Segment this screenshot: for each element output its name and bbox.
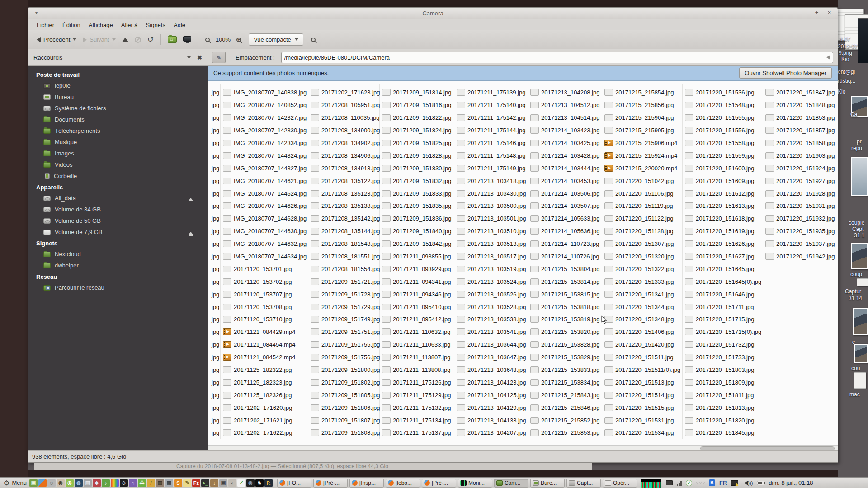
system-monitor-widget[interactable] <box>641 479 661 488</box>
file-item[interactable]: 20171213_104133.jpg <box>457 414 526 427</box>
desktop-icon-label[interactable]: rüstiq... <box>838 78 855 84</box>
file-item[interactable]: 20171208_134900.jpg <box>311 124 380 137</box>
sidebar-item-volume-de-50-gb[interactable]: Volume de 50 GB <box>28 215 208 226</box>
file-item[interactable]: 20171215_153829.jpg <box>530 351 599 364</box>
file-item-clipped[interactable]: jpg <box>209 124 219 137</box>
file-item[interactable]: 20171220_151733.jpg <box>685 351 761 364</box>
file-item[interactable]: 20171215_215854.jpg <box>604 86 680 99</box>
file-item[interactable]: 20171209_151842.jpg <box>382 238 451 250</box>
file-item[interactable]: 20171211_110633.jpg <box>382 338 451 351</box>
file-item[interactable]: 20171220_151122.jpg <box>604 212 680 225</box>
computer-button[interactable] <box>180 34 194 46</box>
file-item[interactable]: 20171121_084542.mp4 <box>223 351 307 364</box>
file-item[interactable]: 20171208_134902.jpg <box>311 137 380 150</box>
file-item[interactable]: 20171213_104129.jpg <box>457 401 526 414</box>
file-item[interactable]: 20171215_215904.jpg <box>604 112 680 124</box>
menu-signets[interactable]: Signets <box>142 20 170 30</box>
file-item[interactable]: 20171214_103506.jpg <box>530 187 599 200</box>
file-item[interactable]: IMG_20180707_144324.jpg <box>223 149 307 162</box>
file-item[interactable]: 20171220_151857.jpg <box>765 124 835 137</box>
file-item[interactable]: 20171220_151803.jpg <box>685 364 761 376</box>
file-item[interactable]: 20171215_215853.jpg <box>530 427 599 439</box>
sidebar-item-bureau[interactable]: Bureau <box>28 91 208 103</box>
file-item-clipped[interactable]: jpg <box>209 162 219 174</box>
file-item[interactable]: 20171208_135142.jpg <box>311 212 380 225</box>
file-item[interactable]: 20171220_151348.jpg <box>604 313 680 326</box>
file-item[interactable]: IMG_20180707_144624.jpg <box>223 187 307 200</box>
sidebar-item-volume-de-34-gb[interactable]: Volume de 34 GB <box>28 204 208 215</box>
file-item[interactable]: 20171220_151715(0).jpg <box>685 326 761 338</box>
file-item[interactable]: 20171220_151531.jpg <box>604 414 680 427</box>
eject-icon[interactable] <box>189 230 193 235</box>
file-item-clipped[interactable]: jpg <box>209 250 219 263</box>
sidebar-item-lep0le[interactable]: lep0le <box>28 80 208 91</box>
menu-aide[interactable]: Aide <box>170 20 189 30</box>
file-item[interactable]: 20171215_153819.jpg <box>530 313 599 326</box>
launcher-photo-eye-icon[interactable]: ◉ <box>57 479 65 487</box>
file-item[interactable]: 20171120_153708.jpg <box>223 300 307 313</box>
file-item[interactable]: IMG_20180707_144626.jpg <box>223 200 307 212</box>
launcher-sphere-icon[interactable]: ◐ <box>228 479 236 487</box>
file-item[interactable]: 20171121_084454.mp4 <box>223 338 307 351</box>
file-item[interactable]: 20171220_151514.jpg <box>604 389 680 401</box>
file-item[interactable]: 20171213_103648.jpg <box>457 364 526 376</box>
desktop-icon-label[interactable]: Ca <box>850 111 857 117</box>
sidebar-item-documents[interactable]: Documents <box>28 114 208 125</box>
file-item[interactable]: 20171211_175129.jpg <box>382 389 451 401</box>
file-item[interactable]: 20171220_151322.jpg <box>604 263 680 275</box>
sidebar-item-vid-os[interactable]: Vidéos <box>28 159 208 170</box>
file-item[interactable]: 20171220_151511.jpg <box>604 351 680 364</box>
file-item[interactable]: 20171213_103418.jpg <box>457 174 526 187</box>
file-item[interactable]: 20171213_104514.jpg <box>530 112 599 124</box>
file-item[interactable]: IMG_20180707_140838.jpg <box>223 86 307 99</box>
file-item[interactable]: 20171220_151848.jpg <box>765 99 835 112</box>
maximize-button[interactable]: + <box>813 9 821 17</box>
file-item[interactable]: 20171214_103425.jpg <box>530 137 599 150</box>
file-item-clipped[interactable]: jpg <box>209 187 219 200</box>
file-item[interactable]: 20171215_153818.jpg <box>530 300 599 313</box>
file-item[interactable]: 20171215_153820.jpg <box>530 326 599 338</box>
file-item[interactable]: 20171220_151515.jpg <box>604 401 680 414</box>
file-item[interactable]: 20171209_151814.jpg <box>382 86 451 99</box>
file-item[interactable]: 20171220_151928.jpg <box>765 187 835 200</box>
file-item[interactable]: 20171120_153710.jpg <box>223 313 307 326</box>
file-item[interactable]: 20171220_151548.jpg <box>685 99 761 112</box>
file-item[interactable]: 20171213_103526.jpg <box>457 288 526 300</box>
file-item[interactable]: 20171213_103538.jpg <box>457 313 526 326</box>
file-item[interactable]: 20171208_181554.jpg <box>311 263 380 275</box>
file-item[interactable]: 20171220_151715.jpg <box>685 313 761 326</box>
file-item-clipped[interactable]: jpg <box>209 427 219 439</box>
file-item[interactable]: 20171202_171623.jpg <box>311 86 380 99</box>
keyboard-layout-indicator[interactable]: FR <box>719 479 727 486</box>
stop-button[interactable] <box>132 34 144 45</box>
sidebar-item-all_data[interactable]: All_data <box>28 192 208 204</box>
desktop-icon-label[interactable]: Kio <box>838 89 845 95</box>
file-item[interactable]: 20171214_103444.jpg <box>530 162 599 174</box>
file-item-clipped[interactable]: jpg <box>209 401 219 414</box>
up-button[interactable] <box>119 35 132 44</box>
launcher-video-ribbon-icon[interactable]: ◆ <box>93 479 101 487</box>
close-button[interactable]: × <box>826 9 833 17</box>
file-item[interactable]: 20171209_151830.jpg <box>382 162 451 174</box>
desktop-icon-label[interactable]: 31 1 <box>854 232 864 239</box>
launcher-radio-icon[interactable]: ▥ <box>156 479 164 487</box>
file-item[interactable]: 20171215_153833.jpg <box>530 364 599 376</box>
file-item[interactable]: 20171220_151420.jpg <box>604 338 680 351</box>
file-item[interactable]: 20171215_215843.jpg <box>530 389 599 401</box>
file-item[interactable]: 20171213_103519.jpg <box>457 263 526 275</box>
sidebar-item-t-l-chargements[interactable]: Téléchargements <box>28 125 208 136</box>
launcher-filezilla-icon[interactable]: Fz <box>192 479 200 487</box>
file-item[interactable]: 20171220_151626.jpg <box>685 238 761 250</box>
file-item[interactable]: 20171209_151825.jpg <box>382 137 451 150</box>
file-item[interactable]: 20171220_151811.jpg <box>685 389 761 401</box>
file-item[interactable]: 20171215_215846.jpg <box>530 401 599 414</box>
location-clear-icon[interactable] <box>824 55 830 60</box>
file-item-clipped[interactable]: jpg <box>209 389 219 401</box>
file-item[interactable]: 20171208_181548.jpg <box>311 238 380 250</box>
desktop-icon-thumbnail[interactable] <box>854 372 866 389</box>
file-item[interactable]: 20171220_151556.jpg <box>685 124 761 137</box>
file-item[interactable]: IMG_20180707_144630.jpg <box>223 225 307 238</box>
file-item[interactable]: 20171215_153815.jpg <box>530 288 599 300</box>
file-item-clipped[interactable]: jpg <box>209 275 219 288</box>
shield-check-icon[interactable]: ✓ <box>686 480 692 486</box>
